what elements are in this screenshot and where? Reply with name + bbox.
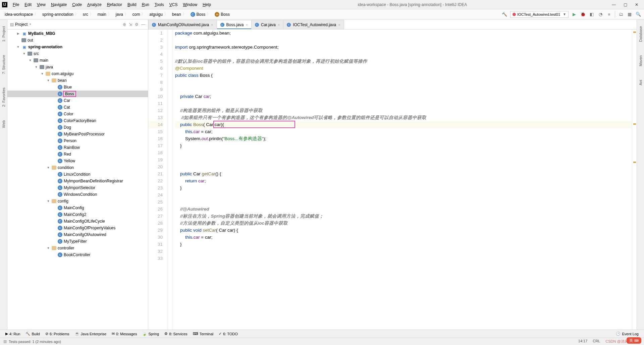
breadcrumb-item[interactable]: mBoss [213, 12, 233, 17]
tree-node[interactable]: CCat [7, 104, 148, 111]
ime-badge[interactable]: 英 ⌨ [627, 337, 641, 344]
database-icon[interactable]: 🗂 [618, 11, 624, 17]
expand-all-icon[interactable]: ⇲ [129, 22, 132, 27]
tree-node[interactable]: CMyImportSelector [7, 184, 148, 191]
menu-run[interactable]: Run [139, 1, 152, 8]
tree-node[interactable]: CBlue [7, 84, 148, 91]
tree-node[interactable]: ▶▣MyBatis_MBG [7, 30, 148, 37]
tool-button-ant[interactable]: Ant [639, 80, 643, 85]
tree-toggle-icon[interactable]: ▶ [16, 32, 20, 35]
profile-icon[interactable]: ◔ [597, 11, 603, 17]
editor-tab[interactable]: CMainConifgOfAutowired.java× [148, 20, 217, 29]
close-icon[interactable]: × [211, 23, 213, 27]
tree-toggle-icon[interactable]: ▼ [46, 79, 50, 82]
close-icon[interactable]: × [338, 23, 340, 27]
tree-node[interactable]: CMainConifgOfAutowired [7, 231, 148, 238]
tree-node[interactable]: CMainConfigOfPropertyValues [7, 225, 148, 231]
menu-navigate[interactable]: Navigate [48, 1, 69, 8]
tool-button-database[interactable]: Database [639, 26, 643, 42]
bottom-tab[interactable]: ✉0: Messages [109, 331, 140, 337]
menu-build[interactable]: Build [125, 1, 139, 8]
tree-toggle-icon[interactable]: ▼ [46, 166, 50, 169]
menu-code[interactable]: Code [69, 1, 85, 8]
debug-icon[interactable]: 🐞 [580, 11, 586, 17]
tree-node[interactable]: CRed [7, 151, 148, 158]
editor-tab[interactable]: CBoss.java× [217, 20, 252, 30]
breadcrumb-item[interactable]: bean [170, 11, 189, 17]
tree-node[interactable]: CYellow [7, 158, 148, 164]
breadcrumb-item[interactable]: java [114, 11, 130, 17]
tree-node[interactable]: CMyBeanPostProcessor [7, 131, 148, 137]
menu-view[interactable]: View [34, 1, 48, 8]
maximize-icon[interactable]: ▢ [623, 2, 628, 7]
bottom-tab[interactable]: ✓6: TODO [216, 331, 240, 337]
tree-node[interactable]: ▼config [7, 198, 148, 205]
breadcrumb-item[interactable]: src [81, 11, 96, 17]
tree-node[interactable]: CDog [7, 124, 148, 131]
close-icon[interactable]: × [246, 23, 248, 27]
breadcrumb-item[interactable]: com [130, 11, 148, 17]
menu-vcs[interactable]: VCS [167, 1, 180, 8]
editor-tab[interactable]: CIOCTest_Autowired.java× [283, 20, 344, 29]
breadcrumb-item[interactable]: atguigu [147, 11, 170, 17]
gear-icon[interactable]: ⚙ [135, 22, 139, 27]
bottom-tab[interactable]: 🍃Spring [140, 331, 162, 337]
tree-node[interactable]: CMainConfig2 [7, 211, 148, 218]
close-icon[interactable]: ✕ [634, 2, 639, 7]
tree-node[interactable]: CMyImportBeanDefinitionRegistrar [7, 178, 148, 184]
select-opened-icon[interactable]: ⊕ [123, 22, 126, 27]
breadcrumb-item[interactable]: main [96, 11, 114, 17]
search-icon[interactable]: 🔍 [635, 11, 641, 17]
tree-toggle-icon[interactable]: ▼ [22, 52, 26, 55]
code-editor[interactable]: 1234567891011121314151617181920212223242… [148, 30, 637, 330]
tree-toggle-icon[interactable]: ▼ [34, 65, 38, 69]
tree-node[interactable]: CColorFactoryBean [7, 117, 148, 124]
tree-node[interactable]: CMyTypeFilter [7, 238, 148, 245]
tree-node[interactable]: CLinuxCondition [7, 171, 148, 178]
breadcrumb-item[interactable]: spring-annotation [40, 11, 81, 17]
menu-analyze[interactable]: Analyze [85, 1, 104, 8]
tree-node[interactable]: ▼main [7, 57, 148, 64]
tree-node[interactable]: ▼controller [7, 245, 148, 251]
menu-file[interactable]: File [10, 1, 22, 8]
tree-node[interactable]: CCar [7, 97, 148, 104]
menu-refactor[interactable]: Refactor [104, 1, 125, 8]
tree-toggle-icon[interactable]: ▼ [28, 59, 32, 62]
line-separator[interactable]: CRL [593, 339, 600, 344]
code-content[interactable]: package com.atguigu.bean; import org.spr… [172, 30, 632, 330]
bottom-tab[interactable]: 🔨Build [23, 331, 42, 337]
menu-window[interactable]: Window [180, 1, 200, 8]
tree-node[interactable]: CBookController [7, 251, 148, 258]
build-icon[interactable]: 🔨 [501, 11, 507, 17]
minimize-icon[interactable]: — [611, 2, 616, 7]
tree-toggle-icon[interactable]: ▼ [46, 246, 50, 250]
menu-tools[interactable]: Tools [152, 1, 167, 8]
run-configuration-selector[interactable]: IOCTest_Autowired.test01 ▼ [510, 11, 569, 18]
structure-icon[interactable]: ▦ [627, 11, 633, 17]
bottom-tab[interactable]: ⊘6: Problems [43, 331, 72, 337]
tree-toggle-icon[interactable]: ▼ [16, 45, 20, 49]
bottom-tab[interactable]: ⚙8: Services [162, 331, 190, 337]
tree-node[interactable]: CColor [7, 111, 148, 117]
tree-toggle-icon[interactable]: ▼ [46, 199, 50, 203]
tool-button-web[interactable]: Web [2, 120, 6, 128]
tree-node[interactable]: ▼java [7, 64, 148, 70]
tree-node[interactable]: CMainConfig [7, 205, 148, 211]
stop-icon[interactable]: ■ [606, 11, 612, 17]
coverage-icon[interactable]: ◧ [589, 11, 595, 17]
tree-node[interactable]: CPerson [7, 137, 148, 144]
tree-node[interactable]: CBoss [7, 91, 148, 97]
error-stripe[interactable] [632, 30, 637, 330]
hide-icon[interactable]: — [141, 22, 145, 27]
tree-node[interactable]: ▼▣spring-annotation [7, 44, 148, 50]
tool-button-favorites[interactable]: 2: Favorites [2, 88, 6, 107]
tree-toggle-icon[interactable]: ▼ [40, 72, 44, 75]
tree-node[interactable]: ▼com.atguigu [7, 70, 148, 77]
breadcrumb-item[interactable]: idea-workspace [3, 11, 40, 17]
tree-node[interactable]: CRainBow [7, 144, 148, 151]
tree-node[interactable]: ▼src [7, 50, 148, 57]
breadcrumb-item[interactable]: CBoss [189, 11, 213, 17]
tool-button-structure[interactable]: 7: Structure [2, 55, 6, 74]
close-icon[interactable]: × [278, 23, 280, 27]
event-log-button[interactable]: 🕑 Event Log [613, 331, 641, 337]
